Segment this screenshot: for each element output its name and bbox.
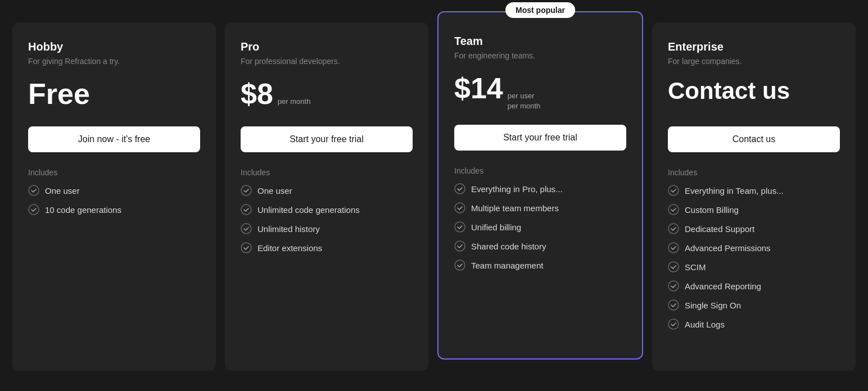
- includes-label: Includes: [28, 168, 200, 177]
- most-popular-badge: Most popular: [505, 2, 575, 18]
- feature-item: 10 code generations: [28, 204, 200, 215]
- check-icon: [454, 260, 465, 271]
- includes-label: Includes: [241, 168, 413, 177]
- feature-label: Single Sign On: [685, 301, 741, 310]
- check-icon: [241, 223, 252, 234]
- plan-name: Pro: [241, 40, 413, 53]
- price-per-line2: per month: [508, 101, 541, 111]
- feature-label: Shared code history: [471, 242, 546, 251]
- feature-label: Unlimited code generations: [257, 205, 360, 215]
- feature-label: Custom Billing: [685, 205, 739, 215]
- check-icon: [668, 319, 679, 330]
- check-icon: [241, 204, 252, 215]
- svg-point-11: [668, 185, 679, 196]
- cta-button-pro[interactable]: Start your free trial: [241, 126, 413, 152]
- plan-name: Hobby: [28, 40, 200, 53]
- price-amount: Free: [28, 79, 90, 108]
- includes-label: Includes: [668, 168, 840, 177]
- feature-label: Advanced Reporting: [685, 281, 761, 291]
- feature-label: SCIM: [685, 262, 706, 272]
- pricing-card-enterprise: Enterprise For large companies. Contact …: [652, 22, 856, 371]
- feature-item: Team management: [454, 260, 626, 271]
- price-amount: Contact us: [668, 79, 790, 103]
- feature-list: Everything in Team, plus... Custom Billi…: [668, 185, 840, 330]
- svg-point-8: [455, 222, 465, 232]
- feature-item: Multiple team members: [454, 202, 626, 213]
- check-icon: [668, 261, 679, 272]
- cta-button-hobby[interactable]: Join now - it's free: [28, 126, 200, 152]
- feature-label: Unlimited history: [257, 224, 320, 234]
- feature-item: Single Sign On: [668, 299, 840, 311]
- feature-list: One user Unlimited code generations Unli…: [241, 185, 413, 253]
- check-icon: [454, 221, 465, 233]
- feature-item: Dedicated Support: [668, 223, 840, 234]
- check-icon: [454, 240, 465, 252]
- pricing-card-hobby: Hobby For giving Refraction a try. Free …: [12, 22, 216, 371]
- svg-point-17: [668, 300, 679, 310]
- check-icon: [241, 242, 252, 253]
- svg-point-9: [455, 241, 465, 251]
- plan-subtitle: For engineering teams.: [454, 51, 626, 60]
- plan-price: Contact us: [668, 79, 840, 113]
- check-icon: [668, 204, 679, 215]
- plan-price: $8 per month: [241, 79, 413, 113]
- svg-point-12: [668, 204, 679, 215]
- plan-price: Free: [28, 79, 200, 113]
- pricing-card-pro: Pro For professional developers. $8 per …: [225, 22, 428, 371]
- feature-label: Dedicated Support: [685, 224, 754, 234]
- feature-label: One user: [257, 186, 292, 196]
- plan-subtitle: For professional developers.: [241, 57, 413, 66]
- feature-item: Editor extensions: [241, 242, 413, 253]
- feature-label: Team management: [471, 261, 543, 270]
- feature-item: Unified billing: [454, 221, 626, 233]
- svg-point-15: [668, 262, 679, 272]
- check-icon: [28, 185, 39, 196]
- svg-point-18: [668, 319, 679, 329]
- feature-item: Unlimited code generations: [241, 204, 413, 215]
- feature-item: Shared code history: [454, 240, 626, 252]
- feature-item: One user: [28, 185, 200, 196]
- feature-item: Advanced Permissions: [668, 242, 840, 253]
- svg-point-0: [29, 185, 39, 196]
- feature-item: Everything in Pro, plus...: [454, 183, 626, 194]
- feature-label: Unified billing: [471, 222, 521, 232]
- feature-label: Everything in Pro, plus...: [471, 184, 563, 194]
- plan-name: Team: [454, 35, 626, 48]
- price-meta: per user per month: [508, 91, 541, 111]
- plan-name: Enterprise: [668, 40, 840, 53]
- feature-label: Editor extensions: [257, 243, 322, 253]
- feature-item: Audit Logs: [668, 319, 840, 330]
- pricing-card-team: Most popular Team For engineering teams.…: [437, 11, 643, 360]
- pricing-container: Hobby For giving Refraction a try. Free …: [12, 22, 856, 371]
- price-per-line1: per user: [508, 91, 541, 101]
- feature-label: 10 code generations: [45, 205, 121, 215]
- feature-list: One user 10 code generations: [28, 185, 200, 215]
- svg-point-13: [668, 224, 679, 234]
- svg-point-16: [668, 281, 679, 291]
- feature-item: Unlimited history: [241, 223, 413, 234]
- check-icon: [454, 183, 465, 194]
- check-icon: [241, 185, 252, 196]
- feature-list: Everything in Pro, plus... Multiple team…: [454, 183, 626, 271]
- cta-button-enterprise[interactable]: Contact us: [668, 126, 840, 152]
- feature-item: Custom Billing: [668, 204, 840, 215]
- feature-item: One user: [241, 185, 413, 196]
- svg-point-10: [455, 260, 465, 270]
- check-icon: [668, 185, 679, 196]
- check-icon: [28, 204, 39, 215]
- feature-label: One user: [45, 186, 80, 196]
- check-icon: [454, 202, 465, 213]
- feature-label: Audit Logs: [685, 320, 725, 329]
- cta-button-team[interactable]: Start your free trial: [454, 125, 626, 151]
- price-amount: $14: [454, 74, 503, 103]
- svg-point-2: [241, 185, 251, 196]
- includes-label: Includes: [454, 166, 626, 175]
- svg-point-3: [241, 204, 251, 215]
- feature-label: Advanced Permissions: [685, 243, 771, 253]
- svg-point-14: [668, 243, 679, 253]
- price-meta: per month: [278, 97, 311, 107]
- plan-subtitle: For large companies.: [668, 57, 840, 66]
- check-icon: [668, 223, 679, 234]
- feature-label: Multiple team members: [471, 203, 559, 213]
- svg-point-6: [455, 184, 465, 194]
